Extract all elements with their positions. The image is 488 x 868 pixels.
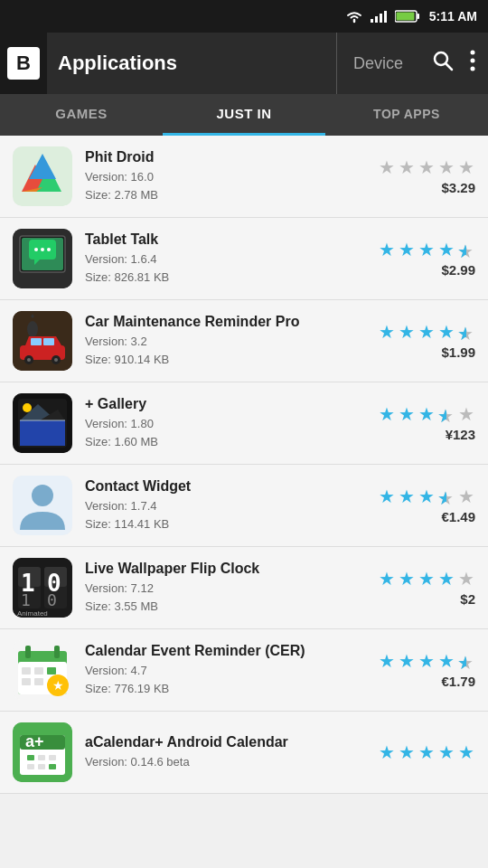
- list-item[interactable]: a+ aCalendar+ Android Calendar Version: …: [0, 712, 488, 794]
- star-half-icon: ★ ★: [457, 652, 475, 670]
- app-name: Tablet Talk: [85, 231, 365, 248]
- app-icon: ★: [13, 640, 72, 700]
- star-icon: ★: [378, 241, 396, 259]
- svg-line-8: [446, 64, 453, 71]
- app-size: Size: 1.60 MB: [85, 433, 365, 451]
- list-item[interactable]: 1 0 1 0 Animated clock Live Wallpaper Fl…: [0, 547, 488, 629]
- star-rating: ★★★ ★ ★ ★: [378, 405, 475, 423]
- star-rating: ★★★★ ★ ★: [378, 241, 475, 259]
- svg-text:clock: clock: [19, 617, 36, 618]
- star-icon: ★: [398, 405, 416, 423]
- nav-device-button[interactable]: Device: [336, 33, 419, 94]
- app-icon: [13, 476, 72, 535]
- svg-rect-59: [22, 667, 31, 675]
- app-rating: ★★★★ ★ ★ $1.99: [378, 323, 475, 360]
- app-info: Car Maintenance Reminder Pro Version: 3.…: [85, 314, 365, 368]
- star-icon: ★: [457, 743, 475, 761]
- nav-title: Applications: [47, 52, 336, 75]
- list-item[interactable]: Car Maintenance Reminder Pro Version: 3.…: [0, 300, 488, 382]
- star-empty-icon: ★: [457, 405, 475, 423]
- star-icon: ★: [437, 743, 455, 761]
- app-rating: ★★★ ★ ★ ★ €1.49: [378, 487, 475, 524]
- app-size: Size: 2.78 MB: [85, 186, 365, 204]
- logo-box: B: [7, 47, 40, 80]
- app-size: Size: 910.14 KB: [85, 351, 365, 369]
- app-price: $1.99: [441, 344, 475, 360]
- tab-top-apps[interactable]: TOP APPS: [325, 94, 488, 136]
- list-item[interactable]: Tablet Talk Version: 1.6.4 Size: 826.81 …: [0, 218, 488, 300]
- tab-bar: GAMES JUST IN TOP APPS: [0, 94, 488, 136]
- svg-rect-26: [31, 338, 42, 345]
- app-version: Version: 3.2: [85, 333, 365, 351]
- star-rating: ★★★★★: [378, 158, 475, 176]
- star-rating: ★★★★ ★ ★: [378, 323, 475, 341]
- star-icon: ★: [418, 241, 436, 259]
- app-icon: a+: [13, 722, 72, 782]
- star-half-icon: ★ ★: [457, 323, 475, 341]
- svg-point-22: [47, 248, 51, 251]
- svg-text:1: 1: [21, 590, 31, 609]
- svg-rect-73: [49, 764, 56, 769]
- list-item[interactable]: Contact Widget Version: 1.7.4 Size: 114.…: [0, 465, 488, 547]
- star-icon: ★: [437, 652, 455, 670]
- star-icon: ★: [437, 570, 455, 588]
- tab-games[interactable]: GAMES: [0, 94, 163, 136]
- svg-point-24: [27, 321, 38, 337]
- star-icon: ★: [437, 241, 455, 259]
- star-icon: ★: [378, 487, 396, 505]
- svg-rect-70: [49, 755, 56, 760]
- svg-rect-62: [22, 678, 31, 685]
- signal-icon: [370, 9, 389, 24]
- app-info: Tablet Talk Version: 1.6.4 Size: 826.81 …: [85, 231, 365, 286]
- svg-rect-60: [34, 667, 43, 675]
- app-version: Version: 7.12: [85, 580, 365, 598]
- app-version: Version: 16.0: [85, 168, 365, 186]
- nav-logo: B: [0, 33, 47, 94]
- star-icon: ★: [398, 743, 416, 761]
- star-rating: ★★★★ ★ ★: [378, 652, 475, 670]
- app-icon: 1 0 1 0 Animated clock: [13, 558, 72, 618]
- svg-rect-63: [34, 678, 43, 685]
- list-item[interactable]: ★ Calendar Event Reminder (CER) Version:…: [0, 629, 488, 712]
- app-version: Version: 1.80: [85, 415, 365, 433]
- app-rating: ★★★★ ★ ★ €1.79: [378, 652, 475, 689]
- star-half-icon: ★ ★: [457, 241, 475, 259]
- star-half-icon: ★ ★: [437, 487, 455, 505]
- app-price: $2: [460, 591, 475, 607]
- star-icon: ★: [398, 570, 416, 588]
- svg-rect-71: [27, 764, 34, 769]
- app-icon: [13, 146, 72, 206]
- star-empty-icon: ★: [398, 158, 416, 176]
- svg-point-31: [54, 358, 58, 362]
- star-icon: ★: [418, 570, 436, 588]
- app-info: Contact Widget Version: 1.7.4 Size: 114.…: [85, 478, 365, 533]
- svg-point-21: [41, 248, 44, 251]
- app-name: Calendar Event Reminder (CER): [85, 643, 365, 659]
- star-icon: ★: [418, 323, 436, 341]
- star-icon: ★: [418, 652, 436, 670]
- list-item[interactable]: + Gallery Version: 1.80 Size: 1.60 MB ★★…: [0, 382, 488, 465]
- battery-icon: [395, 10, 420, 23]
- star-icon: ★: [378, 570, 396, 588]
- star-empty-icon: ★: [378, 158, 396, 176]
- status-time: 5:11 AM: [429, 9, 477, 24]
- star-icon: ★: [378, 652, 396, 670]
- svg-rect-0: [371, 19, 373, 23]
- star-icon: ★: [418, 405, 436, 423]
- tab-just-in[interactable]: JUST IN: [163, 94, 325, 136]
- more-options-icon[interactable]: [470, 50, 475, 77]
- star-icon: ★: [398, 323, 416, 341]
- status-icons: 5:11 AM: [344, 9, 477, 24]
- app-rating: ★★★ ★ ★ ★ ¥123: [378, 405, 475, 442]
- list-item[interactable]: Phit Droid Version: 16.0 Size: 2.78 MB ★…: [0, 136, 488, 218]
- wifi-icon: [344, 9, 364, 24]
- svg-point-20: [34, 248, 38, 251]
- star-empty-icon: ★: [418, 158, 436, 176]
- app-price: €1.79: [441, 674, 475, 689]
- search-icon[interactable]: [432, 50, 454, 77]
- app-price: ¥123: [446, 427, 475, 442]
- app-price: $3.29: [441, 180, 475, 195]
- svg-text:★: ★: [52, 678, 64, 693]
- app-info: Calendar Event Reminder (CER) Version: 4…: [85, 643, 365, 697]
- app-size: Size: 3.55 MB: [85, 598, 365, 616]
